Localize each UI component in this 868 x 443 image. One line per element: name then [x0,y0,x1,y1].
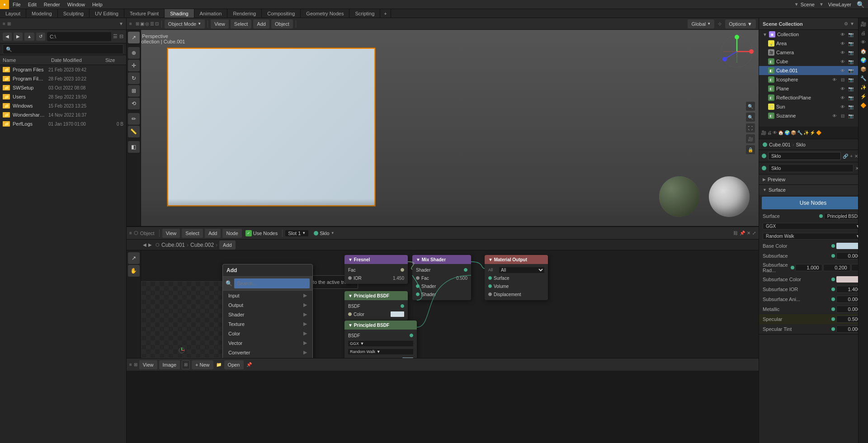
file-item[interactable]: 📁 PerfLogs 01 Jan 1970 01:00 0 B [0,119,126,128]
rit-particles[interactable]: ✨ [859,83,868,91]
sc-item-sun[interactable]: ☀ Sun 👁 📷 [759,102,858,111]
nl-select-tool[interactable]: ↗ [128,252,140,264]
rit-scene[interactable]: 🏠 [859,47,868,55]
sc-icosphere-render-btn[interactable]: 📷 [847,76,854,83]
fb-back-btn[interactable]: ◀ [3,33,12,41]
sc-item-collection[interactable]: ▼ ▣ Collection 👁 📷 [759,30,858,39]
add-menu-output[interactable]: Output ▶ [223,300,312,310]
sc-plane-render-btn[interactable]: 📷 [847,85,854,92]
measure-tool[interactable]: 📏 [128,126,140,137]
add-menu-script[interactable]: Script ▶ [223,357,312,358]
sc-suzanne-filter-btn[interactable]: ⊟ [839,112,846,119]
fb-filter-icon[interactable]: ☰ [113,33,118,39]
sc-item-reflplane[interactable]: ◧ ReflectionPlane 👁 📷 [759,93,858,102]
nl-hand-tool[interactable]: ✋ [128,265,140,277]
vp-global-btn[interactable]: Global ▼ [688,19,714,28]
mat-breadcrumb-cube001[interactable]: Cube.001 [769,142,791,147]
principled-bsdf-main-node[interactable]: ▼ Principled BSDF BSDF GGX ▼ Rando [344,320,417,358]
sc-icosphere-filter-btn[interactable]: ⊟ [839,76,846,83]
material-output-node[interactable]: ▼ Material Output All All Su [485,255,548,300]
iv-new-btn[interactable]: + New [192,360,213,369]
sc-item-suzanne[interactable]: ◧ Suzanne 👁 ⊟ 📷 [759,111,858,120]
tab-sculpting[interactable]: Sculpting [58,9,90,18]
vrt-fullscreen[interactable]: ⛶ [746,123,755,132]
vrt-zoom-out[interactable]: 🔍 [746,113,755,122]
ne-expand-icon[interactable]: ⤢ [752,231,756,236]
menu-edit[interactable]: Edit [24,0,40,9]
vp-icon-1[interactable]: ⊞ [136,21,139,26]
mat-unlink-icon[interactable]: 🔗 [843,154,848,159]
vrt-lock[interactable]: 🔒 [746,145,755,154]
vp-select-btn[interactable]: Select [231,19,252,28]
file-item[interactable]: 📁 Program Files (x... 28 Feb 2023 10:22 [0,74,126,83]
tab-layout[interactable]: Layout [0,9,26,18]
fb-icon-view[interactable]: ⊞ [7,21,11,26]
tab-add[interactable]: + [380,9,391,18]
vrt-zoom-in[interactable]: 🔍 [746,102,755,111]
menu-render[interactable]: Render [40,0,64,9]
node-editor-body[interactable]: ↗ ✋ [127,250,759,358]
preview-header[interactable]: ▶ Preview [759,174,867,184]
iv-view-icon[interactable]: ⊞ [134,362,137,367]
sc-item-cube[interactable]: ◧ Cube 👁 📷 [759,57,858,66]
add-menu-vector[interactable]: Vector ▶ [223,338,312,348]
material-name-field[interactable]: Sklo [768,152,841,160]
add-menu-converter[interactable]: Converter ▶ [223,348,312,357]
sc-render-btn[interactable]: 📷 [847,31,854,38]
sc-camera-render-btn[interactable]: 📷 [847,49,854,56]
tab-geometrynodes[interactable]: Geometry Nodes [301,9,349,18]
iv-folder-icon[interactable]: 📁 [216,362,222,367]
sc-cube-render-btn[interactable]: 📷 [847,58,854,65]
menu-help[interactable]: Help [89,0,106,9]
object-mode-btn[interactable]: Object Mode ▼ [165,19,205,28]
sc-icosphere-vis-btn[interactable]: 👁 [831,76,838,83]
sc-options-icon[interactable]: ⚙ [844,21,848,26]
iv-icon[interactable]: ≡ [129,362,132,367]
vrt-camera[interactable]: 🎥 [746,134,755,143]
ne-view-btn[interactable]: View [162,229,180,238]
props-material-icon[interactable]: 🔶 [816,130,821,135]
props-modifier-icon[interactable]: 🔧 [797,130,802,135]
sc-cube-vis-btn[interactable]: 👁 [839,58,846,65]
menu-window[interactable]: Window [64,0,89,9]
prop-principled-bsdf-btn[interactable]: Principled BSDF [824,213,863,220]
fb-reload-btn[interactable]: ↺ [36,33,45,41]
ne-right-arrow[interactable]: ▶ [148,242,152,247]
viewport-gizmo[interactable] [719,33,755,70]
use-nodes-check[interactable]: ✓ Use Nodes [244,230,279,236]
mix-shader-node[interactable]: ▼ Mix Shader Shader Fac 0.500 [412,255,471,300]
iv-image-btn[interactable]: Image [159,360,180,369]
ne-add-inline-btn[interactable]: Add [219,240,236,250]
tab-uvediting[interactable]: UV Editing [90,9,124,18]
ne-menu-icon[interactable]: ≡ [129,231,132,236]
breadcrumb-cube001[interactable]: Cube.001 [161,242,185,248]
fb-forward-btn[interactable]: ▶ [14,33,23,41]
iv-pin-icon[interactable]: 📌 [246,362,252,367]
file-item[interactable]: 📁 Program Files 21 Feb 2023 09:42 [0,65,126,74]
iv-view-btn[interactable]: View [139,360,157,369]
rit-modifier[interactable]: 🔧 [859,74,868,82]
add-menu-search-input[interactable] [234,278,310,288]
ne-pin-icon[interactable]: 📌 [740,231,745,236]
pbsdf-rw-select[interactable]: Random Walk ▼ [348,349,413,354]
mat-breadcrumb-sklo[interactable]: Sklo [796,142,805,147]
sc-item-cube001[interactable]: ◧ Cube.001 👁 📷 [759,66,858,75]
menu-file[interactable]: File [9,0,24,9]
props-scene-icon[interactable]: 🏠 [778,130,783,135]
use-nodes-button[interactable]: Use Nodes [762,197,864,209]
sc-sun-vis-btn[interactable]: 👁 [839,103,846,110]
tab-animation[interactable]: Animation [194,9,228,18]
file-item[interactable]: 📁 Wondershare Un... 14 Nov 2022 16:37 [0,110,126,119]
vp-add-btn[interactable]: Add [253,19,269,28]
sc-suzanne-render-btn[interactable]: 📷 [847,112,854,119]
add-menu-color[interactable]: Color ▶ [223,329,312,338]
fb-icon-filter[interactable]: ▼ [119,21,123,26]
rit-world[interactable]: 🌍 [859,56,868,64]
material-slot-field[interactable]: Sklo [768,164,854,172]
sc-reflplane-render-btn[interactable]: 📷 [847,94,854,101]
viewport-menu-icon[interactable]: ≡ [129,21,132,26]
fresnel-node[interactable]: ▼ Fresnel Fac IOR 1.450 [344,255,408,284]
vp-options-btn[interactable]: Options ▼ [725,19,756,28]
rit-material[interactable]: 🔶 [859,101,868,109]
tab-rendering[interactable]: Rendering [227,9,262,18]
